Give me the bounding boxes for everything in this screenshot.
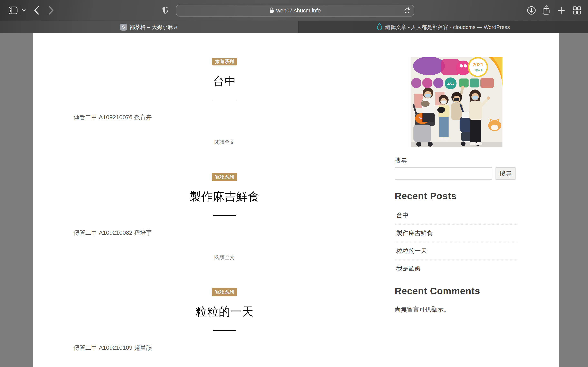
post-item: 寵物系列 粒粒的一天 傳管二甲 A109210109 趙晨韻	[33, 288, 416, 352]
chevron-down-icon	[22, 9, 26, 12]
read-more-link[interactable]: 閱讀全文	[214, 254, 235, 261]
tab-overview-button[interactable]	[572, 6, 581, 15]
search-form: 搜尋	[395, 167, 517, 180]
url-text: web07.shucm.info	[276, 8, 321, 14]
plus-icon	[557, 6, 566, 15]
post-title[interactable]: 台中	[33, 74, 416, 89]
post-item: 寵物系列 製作麻吉鮮食 傳管二甲 A109210082 程培宇 閱讀全文	[33, 173, 416, 261]
tab-blog[interactable]: S 部落格 – 大姆小麻豆	[0, 21, 298, 33]
post-author: 傳管二甲 A109210082 程培宇	[33, 229, 416, 237]
cloudcms-droplet-icon	[377, 23, 382, 32]
category-badge[interactable]: 寵物系列	[212, 173, 237, 181]
svg-text:2021: 2021	[447, 82, 454, 85]
tab-group-chevron-button[interactable]	[22, 9, 26, 12]
toolbar-divider	[20, 5, 20, 16]
category-badge[interactable]: 寵物系列	[212, 288, 237, 296]
no-comments-text: 尚無留言可供顯示。	[395, 305, 517, 314]
recent-post-link[interactable]: 台中	[396, 212, 408, 218]
post-item: 旅遊系列 台中 傳管二甲 A109210076 孫育卉 閱讀全文	[33, 58, 416, 145]
search-input[interactable]	[395, 167, 492, 180]
post-title[interactable]: 製作麻吉鮮食	[33, 189, 416, 205]
blog-page: 旅遊系列 台中 傳管二甲 A109210076 孫育卉 閱讀全文 寵物系列 製作…	[33, 33, 559, 367]
recent-post-item: 台中	[395, 207, 517, 225]
title-divider	[213, 330, 236, 331]
recent-comments-heading: Recent Comments	[395, 285, 517, 296]
chevron-right-icon	[49, 6, 54, 15]
recent-post-item: 粒粒的一天	[395, 242, 517, 260]
svg-text:2021: 2021	[472, 62, 483, 67]
recent-post-link[interactable]: 粒粒的一天	[396, 247, 427, 254]
browser-toolbar: web07.shucm.info	[0, 0, 588, 21]
tab-title: 部落格 – 大姆小麻豆	[130, 24, 178, 31]
recent-post-link[interactable]: 我是歐姆	[396, 265, 421, 272]
browser-viewport: 旅遊系列 台中 傳管二甲 A109210076 孫育卉 閱讀全文 寵物系列 製作…	[0, 33, 588, 367]
share-button[interactable]	[542, 5, 550, 15]
title-divider	[213, 215, 236, 216]
search-label: 搜尋	[395, 156, 517, 165]
post-list: 旅遊系列 台中 傳管二甲 A109210076 孫育卉 閱讀全文 寵物系列 製作…	[33, 33, 416, 367]
chevron-left-icon	[34, 6, 39, 15]
svg-text:上聯台北: 上聯台北	[473, 69, 483, 72]
read-more-link[interactable]: 閱讀全文	[214, 139, 235, 145]
privacy-shield-button[interactable]	[162, 7, 169, 14]
recent-posts-list: 台中 製作麻吉鮮食 粒粒的一天 我是歐姆	[395, 207, 517, 277]
post-author: 傳管二甲 A109210109 趙晨韻	[33, 344, 416, 352]
search-button[interactable]: 搜尋	[495, 167, 516, 180]
refresh-button[interactable]	[404, 7, 410, 15]
new-tab-button[interactable]	[557, 6, 566, 15]
sidebar-toggle-button[interactable]	[9, 7, 17, 14]
title-divider	[213, 100, 236, 100]
post-title[interactable]: 粒粒的一天	[33, 304, 416, 319]
back-button[interactable]	[34, 6, 39, 15]
lock-icon	[269, 7, 274, 14]
sidebar-icon	[9, 7, 17, 14]
category-badge[interactable]: 旅遊系列	[212, 58, 237, 66]
tab-wordpress-editor[interactable]: 編輯文章 - 人人都是部落客 ‹ cloudcms — WordPress	[298, 21, 588, 33]
recent-posts-heading: Recent Posts	[395, 191, 517, 201]
recent-post-link[interactable]: 製作麻吉鮮食	[396, 230, 433, 236]
url-bar[interactable]: web07.shucm.info	[176, 5, 414, 17]
download-icon	[527, 6, 536, 15]
sidebar-photo: 2021 上聯台北 2021	[411, 57, 502, 147]
recent-post-item: 製作麻吉鮮食	[395, 225, 517, 242]
sidebar: 2021 上聯台北 2021	[395, 33, 517, 314]
tab-bar: S 部落格 – 大姆小麻豆 編輯文章 - 人人都是部落客 ‹ cloudcms …	[0, 21, 588, 33]
refresh-icon	[404, 12, 410, 15]
share-icon	[542, 5, 550, 15]
forward-button[interactable]	[49, 6, 54, 15]
shield-icon	[162, 7, 169, 14]
grid-icon	[572, 6, 581, 15]
post-author: 傳管二甲 A109210076 孫育卉	[33, 113, 416, 122]
tab-title: 編輯文章 - 人人都是部落客 ‹ cloudcms — WordPress	[385, 24, 510, 31]
recent-post-item: 我是歐姆	[395, 260, 517, 277]
site-favicon: S	[120, 24, 127, 31]
downloads-button[interactable]	[527, 6, 536, 15]
